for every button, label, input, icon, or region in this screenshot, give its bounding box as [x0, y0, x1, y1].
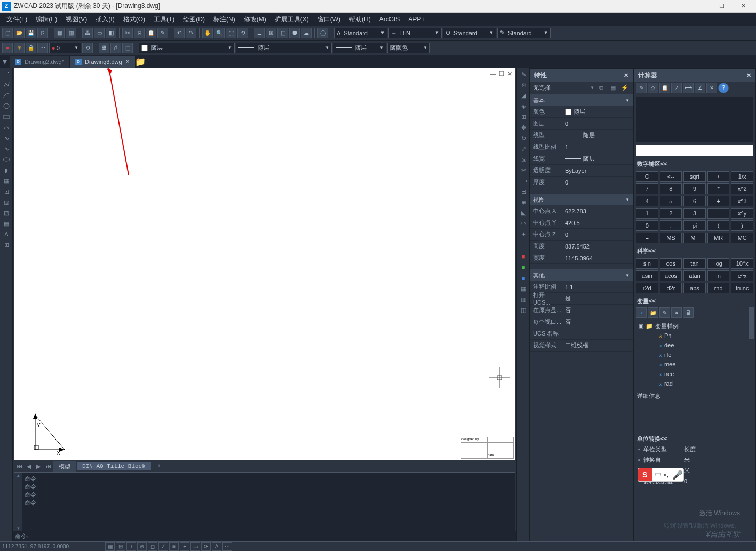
var-new-icon[interactable]: 𝑥	[636, 307, 647, 318]
calc-btn-<--[interactable]: <--	[660, 171, 682, 182]
calc-btn-10^x[interactable]: 10^x	[731, 258, 753, 269]
prop-row[interactable]: 视觉样式二维线框	[530, 340, 633, 352]
calc-scrollbar[interactable]	[748, 306, 755, 486]
calc-paste-icon[interactable]: 📋	[659, 83, 670, 93]
calc-btn-cos[interactable]: cos	[660, 258, 682, 269]
polyline-icon[interactable]	[1, 80, 12, 90]
scientific-header[interactable]: 科学<<	[634, 245, 755, 256]
variables-header[interactable]: 变量<<	[634, 296, 755, 306]
spline2-icon[interactable]: ∿	[1, 144, 12, 154]
calc-btn-)[interactable]: )	[731, 220, 753, 231]
prop-row[interactable]: 在原点显...否	[530, 305, 633, 316]
copy-icon[interactable]: ⎘	[134, 28, 145, 38]
prop-row[interactable]: 中心点 Y420.5	[530, 217, 633, 229]
break-icon[interactable]: ⊟	[518, 187, 529, 196]
ime-indicator[interactable]: S 中 », 🎤	[638, 468, 684, 482]
calc-btn-4[interactable]: 4	[636, 196, 658, 206]
layout-prev-icon[interactable]: ◀	[25, 462, 33, 470]
calc-btn-r2d[interactable]: r2d	[636, 283, 658, 293]
text-icon[interactable]: A	[1, 229, 12, 239]
var-ille[interactable]: xille	[638, 350, 744, 360]
save-icon[interactable]: 💾	[26, 28, 36, 38]
spline-icon[interactable]: ∿	[1, 133, 12, 143]
mleader-style-combo[interactable]: ✎Standard▼	[497, 28, 551, 38]
prop-row[interactable]: UCS 名称	[530, 328, 633, 340]
tile-icon[interactable]: ▥	[66, 28, 76, 38]
plotstyle-combo[interactable]: 随颜色 ▼	[387, 43, 430, 53]
print-icon[interactable]: 🖶	[82, 28, 93, 38]
tab-prev-icon[interactable]: ▾	[0, 57, 10, 67]
menu-2[interactable]: 视图(V)	[61, 14, 91, 25]
prop-section-视图[interactable]: 视图▼	[530, 194, 633, 205]
print-a-icon[interactable]: 🖶	[99, 43, 109, 53]
unit-row[interactable]: ▪转换自米	[634, 454, 748, 465]
sb-ann-icon[interactable]: A	[212, 542, 221, 551]
minimize-button[interactable]: ―	[690, 1, 711, 12]
dim-style-combo[interactable]: ↔DIN▼	[388, 28, 442, 38]
color-green-icon[interactable]: ■	[518, 262, 529, 272]
layout-last-icon[interactable]: ⏭	[44, 462, 52, 470]
properties-selector[interactable]: 无选择 ▼ ⧉ ▤ ⚡	[530, 82, 633, 94]
calc-btn-8[interactable]: 8	[660, 183, 682, 194]
sb-more-icon[interactable]: ⋯	[222, 542, 232, 551]
calc-btn-/[interactable]: /	[707, 171, 730, 182]
calc-btn-1/x[interactable]: 1/x	[731, 171, 753, 182]
menu-8[interactable]: 修改(M)	[240, 14, 270, 25]
prop-row[interactable]: 宽度1145.0964	[530, 252, 633, 264]
calc-btn-6[interactable]: 6	[683, 196, 706, 206]
array-icon[interactable]: ⊞	[518, 112, 529, 122]
numpad-header[interactable]: 数字键区<<	[634, 158, 755, 169]
zoom-window-icon[interactable]: ⬚	[226, 28, 236, 38]
calc-btn-MR[interactable]: MR	[707, 233, 730, 243]
var-dee[interactable]: xdee	[638, 340, 744, 350]
calc-help-icon[interactable]: ?	[718, 83, 729, 93]
ellipse-icon[interactable]	[1, 155, 12, 164]
plot-icon[interactable]: ▭	[94, 28, 105, 38]
lineweight-combo[interactable]: 随层 ▼	[333, 43, 386, 53]
grid-icon[interactable]: ⊞	[1, 240, 12, 250]
maximize-button[interactable]: ☐	[711, 1, 733, 12]
calc-btn-d2r[interactable]: d2r	[660, 283, 682, 293]
layout-next-icon[interactable]: ▶	[34, 462, 43, 470]
calc-btn-([interactable]: (	[707, 220, 730, 231]
menu-13[interactable]: APP+	[404, 14, 429, 24]
calc-btn-x^3[interactable]: x^3	[731, 196, 753, 206]
calc-btn-x^2[interactable]: x^2	[731, 183, 753, 194]
calc-btn-MS[interactable]: MS	[660, 233, 682, 243]
color-red-icon[interactable]: ■	[518, 252, 529, 261]
unit-header[interactable]: 单位转换<<	[634, 433, 748, 444]
sb-model-icon[interactable]: ▭	[190, 542, 200, 551]
stretch-icon[interactable]: ⇲	[518, 155, 529, 164]
sb-snap-icon[interactable]: ▦	[105, 542, 115, 551]
calc-btn-0[interactable]: 0	[636, 220, 658, 231]
layer-lock-icon[interactable]: 🔒	[26, 43, 36, 53]
calc-int-icon[interactable]: ✕	[706, 83, 717, 93]
sb-osnap-icon[interactable]: ◻	[148, 542, 157, 551]
menu-5[interactable]: 工具(T)	[149, 14, 179, 25]
prop-section-基本[interactable]: 基本▼	[530, 94, 633, 106]
calc-btn-M+[interactable]: M+	[683, 233, 706, 243]
ellipse-arc-icon[interactable]: ◗	[1, 165, 12, 175]
calc-btn-1[interactable]: 1	[636, 208, 658, 219]
menu-11[interactable]: 帮助(H)	[345, 14, 375, 25]
color-combo[interactable]: 随层 ▼	[139, 43, 235, 53]
cmd-scroll-icon[interactable]: ▴▾	[14, 473, 22, 531]
move-icon[interactable]: ✥	[518, 123, 529, 132]
print-c-icon[interactable]: ◫	[122, 43, 133, 53]
match-icon[interactable]: ✎	[157, 28, 168, 38]
calc-btn-asin[interactable]: asin	[636, 270, 658, 281]
layer-combo[interactable]: ● 0 ▼	[49, 43, 81, 53]
calc-btn-acos[interactable]: acos	[660, 270, 682, 281]
join-icon[interactable]: ⊕	[518, 197, 529, 207]
select-icon[interactable]: ⚡	[620, 83, 630, 93]
layout-first-icon[interactable]: ⏮	[15, 462, 23, 470]
tab-add-icon[interactable]: 📁	[136, 57, 145, 67]
tab-close-icon[interactable]: ✕	[125, 59, 130, 65]
prop-row[interactable]: 每个视口...否	[530, 316, 633, 328]
calc-btn-*[interactable]: *	[707, 183, 730, 194]
calc-btn-5[interactable]: 5	[660, 196, 682, 206]
var-calc-icon[interactable]: 🖩	[683, 307, 694, 318]
region-icon[interactable]: ▧	[1, 208, 12, 218]
saveas-icon[interactable]: ⎘	[37, 28, 48, 38]
prop-row[interactable]: 中心点 Z0	[530, 229, 633, 241]
